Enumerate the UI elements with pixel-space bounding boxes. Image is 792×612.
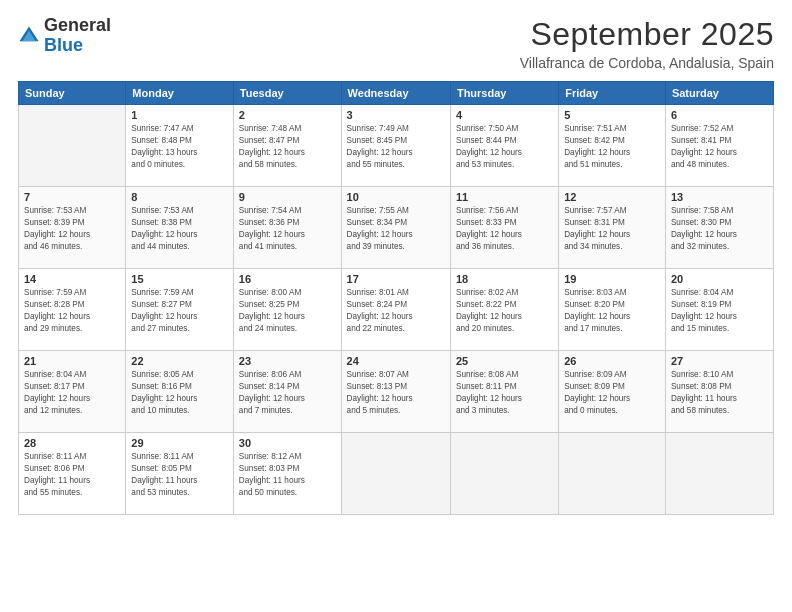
day-info: Sunrise: 8:09 AMSunset: 8:09 PMDaylight:… xyxy=(564,369,660,417)
day-number: 11 xyxy=(456,191,553,203)
day-number: 2 xyxy=(239,109,336,121)
day-number: 27 xyxy=(671,355,768,367)
day-number: 29 xyxy=(131,437,228,449)
day-number: 28 xyxy=(24,437,120,449)
table-row: 1Sunrise: 7:47 AMSunset: 8:48 PMDaylight… xyxy=(126,105,234,187)
day-info: Sunrise: 7:53 AMSunset: 8:38 PMDaylight:… xyxy=(131,205,228,253)
table-row: 22Sunrise: 8:05 AMSunset: 8:16 PMDayligh… xyxy=(126,351,234,433)
table-row xyxy=(450,433,558,515)
logo: General Blue xyxy=(18,16,111,56)
col-monday: Monday xyxy=(126,82,234,105)
table-row: 26Sunrise: 8:09 AMSunset: 8:09 PMDayligh… xyxy=(559,351,666,433)
day-number: 8 xyxy=(131,191,228,203)
calendar-table: Sunday Monday Tuesday Wednesday Thursday… xyxy=(18,81,774,515)
table-row: 4Sunrise: 7:50 AMSunset: 8:44 PMDaylight… xyxy=(450,105,558,187)
col-friday: Friday xyxy=(559,82,666,105)
calendar-header-row: Sunday Monday Tuesday Wednesday Thursday… xyxy=(19,82,774,105)
day-number: 15 xyxy=(131,273,228,285)
day-number: 30 xyxy=(239,437,336,449)
calendar-week-row: 1Sunrise: 7:47 AMSunset: 8:48 PMDaylight… xyxy=(19,105,774,187)
day-info: Sunrise: 7:59 AMSunset: 8:28 PMDaylight:… xyxy=(24,287,120,335)
table-row: 14Sunrise: 7:59 AMSunset: 8:28 PMDayligh… xyxy=(19,269,126,351)
table-row xyxy=(559,433,666,515)
table-row: 24Sunrise: 8:07 AMSunset: 8:13 PMDayligh… xyxy=(341,351,450,433)
title-block: September 2025 Villafranca de Cordoba, A… xyxy=(520,16,774,71)
table-row xyxy=(341,433,450,515)
month-title: September 2025 xyxy=(520,16,774,53)
table-row: 7Sunrise: 7:53 AMSunset: 8:39 PMDaylight… xyxy=(19,187,126,269)
day-info: Sunrise: 8:02 AMSunset: 8:22 PMDaylight:… xyxy=(456,287,553,335)
col-wednesday: Wednesday xyxy=(341,82,450,105)
day-info: Sunrise: 8:01 AMSunset: 8:24 PMDaylight:… xyxy=(347,287,445,335)
table-row: 15Sunrise: 7:59 AMSunset: 8:27 PMDayligh… xyxy=(126,269,234,351)
table-row: 11Sunrise: 7:56 AMSunset: 8:33 PMDayligh… xyxy=(450,187,558,269)
day-number: 25 xyxy=(456,355,553,367)
day-number: 18 xyxy=(456,273,553,285)
day-number: 14 xyxy=(24,273,120,285)
day-number: 5 xyxy=(564,109,660,121)
table-row: 18Sunrise: 8:02 AMSunset: 8:22 PMDayligh… xyxy=(450,269,558,351)
calendar-week-row: 21Sunrise: 8:04 AMSunset: 8:17 PMDayligh… xyxy=(19,351,774,433)
day-info: Sunrise: 7:51 AMSunset: 8:42 PMDaylight:… xyxy=(564,123,660,171)
table-row: 5Sunrise: 7:51 AMSunset: 8:42 PMDaylight… xyxy=(559,105,666,187)
day-info: Sunrise: 7:54 AMSunset: 8:36 PMDaylight:… xyxy=(239,205,336,253)
day-info: Sunrise: 7:50 AMSunset: 8:44 PMDaylight:… xyxy=(456,123,553,171)
location-title: Villafranca de Cordoba, Andalusia, Spain xyxy=(520,55,774,71)
page-header: General Blue September 2025 Villafranca … xyxy=(18,16,774,71)
day-info: Sunrise: 7:49 AMSunset: 8:45 PMDaylight:… xyxy=(347,123,445,171)
day-info: Sunrise: 8:05 AMSunset: 8:16 PMDaylight:… xyxy=(131,369,228,417)
day-info: Sunrise: 8:06 AMSunset: 8:14 PMDaylight:… xyxy=(239,369,336,417)
day-number: 19 xyxy=(564,273,660,285)
day-info: Sunrise: 8:03 AMSunset: 8:20 PMDaylight:… xyxy=(564,287,660,335)
table-row: 9Sunrise: 7:54 AMSunset: 8:36 PMDaylight… xyxy=(233,187,341,269)
table-row: 13Sunrise: 7:58 AMSunset: 8:30 PMDayligh… xyxy=(665,187,773,269)
day-info: Sunrise: 8:00 AMSunset: 8:25 PMDaylight:… xyxy=(239,287,336,335)
day-number: 26 xyxy=(564,355,660,367)
calendar-week-row: 14Sunrise: 7:59 AMSunset: 8:28 PMDayligh… xyxy=(19,269,774,351)
day-info: Sunrise: 7:55 AMSunset: 8:34 PMDaylight:… xyxy=(347,205,445,253)
day-number: 22 xyxy=(131,355,228,367)
col-saturday: Saturday xyxy=(665,82,773,105)
table-row: 30Sunrise: 8:12 AMSunset: 8:03 PMDayligh… xyxy=(233,433,341,515)
table-row: 28Sunrise: 8:11 AMSunset: 8:06 PMDayligh… xyxy=(19,433,126,515)
table-row: 29Sunrise: 8:11 AMSunset: 8:05 PMDayligh… xyxy=(126,433,234,515)
table-row: 6Sunrise: 7:52 AMSunset: 8:41 PMDaylight… xyxy=(665,105,773,187)
day-info: Sunrise: 7:56 AMSunset: 8:33 PMDaylight:… xyxy=(456,205,553,253)
table-row: 19Sunrise: 8:03 AMSunset: 8:20 PMDayligh… xyxy=(559,269,666,351)
table-row xyxy=(19,105,126,187)
day-info: Sunrise: 7:52 AMSunset: 8:41 PMDaylight:… xyxy=(671,123,768,171)
logo-text: General Blue xyxy=(44,16,111,56)
col-thursday: Thursday xyxy=(450,82,558,105)
day-number: 3 xyxy=(347,109,445,121)
table-row: 23Sunrise: 8:06 AMSunset: 8:14 PMDayligh… xyxy=(233,351,341,433)
day-number: 21 xyxy=(24,355,120,367)
day-info: Sunrise: 8:08 AMSunset: 8:11 PMDaylight:… xyxy=(456,369,553,417)
day-number: 6 xyxy=(671,109,768,121)
table-row: 21Sunrise: 8:04 AMSunset: 8:17 PMDayligh… xyxy=(19,351,126,433)
day-info: Sunrise: 8:04 AMSunset: 8:19 PMDaylight:… xyxy=(671,287,768,335)
day-info: Sunrise: 7:53 AMSunset: 8:39 PMDaylight:… xyxy=(24,205,120,253)
day-number: 1 xyxy=(131,109,228,121)
table-row: 8Sunrise: 7:53 AMSunset: 8:38 PMDaylight… xyxy=(126,187,234,269)
day-info: Sunrise: 7:57 AMSunset: 8:31 PMDaylight:… xyxy=(564,205,660,253)
table-row: 3Sunrise: 7:49 AMSunset: 8:45 PMDaylight… xyxy=(341,105,450,187)
day-number: 17 xyxy=(347,273,445,285)
day-info: Sunrise: 8:07 AMSunset: 8:13 PMDaylight:… xyxy=(347,369,445,417)
col-tuesday: Tuesday xyxy=(233,82,341,105)
day-info: Sunrise: 8:04 AMSunset: 8:17 PMDaylight:… xyxy=(24,369,120,417)
table-row: 17Sunrise: 8:01 AMSunset: 8:24 PMDayligh… xyxy=(341,269,450,351)
table-row: 27Sunrise: 8:10 AMSunset: 8:08 PMDayligh… xyxy=(665,351,773,433)
day-number: 13 xyxy=(671,191,768,203)
day-info: Sunrise: 8:11 AMSunset: 8:05 PMDaylight:… xyxy=(131,451,228,499)
calendar-week-row: 28Sunrise: 8:11 AMSunset: 8:06 PMDayligh… xyxy=(19,433,774,515)
table-row: 16Sunrise: 8:00 AMSunset: 8:25 PMDayligh… xyxy=(233,269,341,351)
day-number: 4 xyxy=(456,109,553,121)
day-info: Sunrise: 7:59 AMSunset: 8:27 PMDaylight:… xyxy=(131,287,228,335)
day-info: Sunrise: 8:12 AMSunset: 8:03 PMDaylight:… xyxy=(239,451,336,499)
day-number: 24 xyxy=(347,355,445,367)
logo-icon xyxy=(18,25,40,47)
table-row: 12Sunrise: 7:57 AMSunset: 8:31 PMDayligh… xyxy=(559,187,666,269)
col-sunday: Sunday xyxy=(19,82,126,105)
day-number: 12 xyxy=(564,191,660,203)
table-row xyxy=(665,433,773,515)
